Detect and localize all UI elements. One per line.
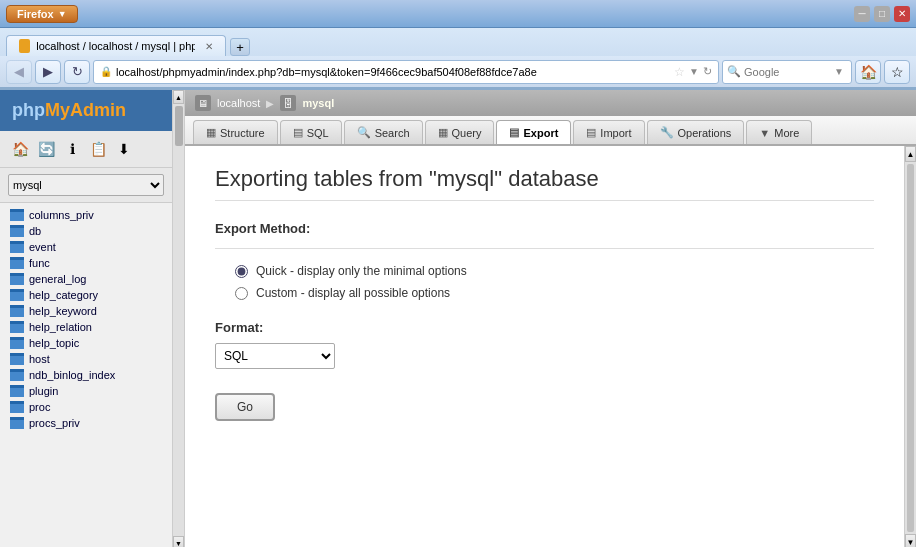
table-name: plugin (29, 385, 58, 397)
table-item[interactable]: proc (0, 399, 172, 415)
sidebar-icons: 🏠 🔄 ℹ 📋 ⬇ (0, 131, 172, 168)
google-icon: 🔍 (727, 65, 741, 78)
scroll-up-button[interactable]: ▲ (905, 146, 916, 162)
breadcrumb-separator: ▶ (266, 98, 274, 109)
refresh-address-icon[interactable]: ↻ (703, 65, 712, 78)
sidebar-scroll-up[interactable]: ▲ (173, 90, 184, 104)
sidebar-scroll-down[interactable]: ▼ (173, 536, 184, 547)
firefox-label: Firefox (17, 8, 54, 20)
browser-tab[interactable]: localhost / localhost / mysql | phpMyAd.… (6, 35, 226, 56)
table-name: help_keyword (29, 305, 97, 317)
table-item[interactable]: columns_priv (0, 207, 172, 223)
more-tab-icon: ▼ (759, 127, 770, 139)
sidebar: phpMyAdmin 🏠 🔄 ℹ 📋 ⬇ mysql columns_privd… (0, 90, 185, 547)
table-item[interactable]: db (0, 223, 172, 239)
bookmarks-button[interactable]: ☆ (884, 60, 910, 84)
structure-tab-icon: ▦ (206, 126, 216, 139)
table-name: help_topic (29, 337, 79, 349)
tab-import[interactable]: ▤Import (573, 120, 644, 144)
structure-tab-label: Structure (220, 127, 265, 139)
tab-more[interactable]: ▼More (746, 120, 812, 144)
sidebar-scrollbar[interactable]: ▲ ▼ (172, 90, 184, 547)
radio-quick[interactable] (235, 265, 248, 278)
table-item[interactable]: event (0, 239, 172, 255)
minimize-button[interactable]: ─ (854, 6, 870, 22)
table-item[interactable]: plugin (0, 383, 172, 399)
radio-custom[interactable] (235, 287, 248, 300)
radio-quick-label[interactable]: Quick - display only the minimal options (235, 264, 874, 278)
browser-chrome: localhost / localhost / mysql | phpMyAd.… (0, 28, 916, 90)
maximize-button[interactable]: □ (874, 6, 890, 22)
table-icon (10, 417, 24, 429)
query-tab-icon: ▦ (438, 126, 448, 139)
content-scroll-wrapper: Exporting tables from "mysql" database E… (185, 146, 916, 547)
tab-export[interactable]: ▤Export (496, 120, 571, 144)
table-item[interactable]: general_log (0, 271, 172, 287)
go-button[interactable]: Go (215, 393, 275, 421)
table-icon (10, 353, 24, 365)
radio-custom-text: Custom - display all possible options (256, 286, 450, 300)
table-item[interactable]: help_category (0, 287, 172, 303)
table-name: db (29, 225, 41, 237)
tab-close-button[interactable]: ✕ (205, 41, 213, 52)
sidebar-scroll-thumb[interactable] (175, 106, 183, 146)
home-button[interactable]: 🏠 (855, 60, 881, 84)
search-tab-icon: 🔍 (357, 126, 371, 139)
table-name: ndb_binlog_index (29, 369, 115, 381)
table-icon (10, 385, 24, 397)
page-title: Exporting tables from "mysql" database (215, 166, 874, 201)
content-scrollbar[interactable]: ▲ ▼ (904, 146, 916, 547)
breadcrumb-server[interactable]: localhost (217, 97, 260, 109)
firefox-dropdown-icon: ▼ (58, 9, 67, 19)
logo-myadmin: MyAdmin (45, 100, 126, 121)
firefox-menu-button[interactable]: Firefox ▼ (6, 5, 78, 23)
format-select[interactable]: SQLCSVJSONXMLPDF (215, 343, 335, 369)
new-tab-button[interactable]: + (230, 38, 250, 56)
info-sidebar-icon[interactable]: ℹ (62, 139, 82, 159)
list-sidebar-icon[interactable]: 📋 (88, 139, 108, 159)
table-icon (10, 369, 24, 381)
table-item[interactable]: procs_priv (0, 415, 172, 431)
scroll-thumb[interactable] (907, 164, 914, 532)
export-tab-label: Export (523, 127, 558, 139)
tab-structure[interactable]: ▦Structure (193, 120, 278, 144)
tab-bar: localhost / localhost / mysql | phpMyAd.… (0, 28, 916, 56)
home-sidebar-icon[interactable]: 🏠 (10, 139, 30, 159)
table-item[interactable]: func (0, 255, 172, 271)
db-select[interactable]: mysql (8, 174, 164, 196)
table-item[interactable]: help_relation (0, 319, 172, 335)
db-select-row: mysql (0, 168, 172, 203)
table-item[interactable]: ndb_binlog_index (0, 367, 172, 383)
table-item[interactable]: host (0, 351, 172, 367)
address-text: localhost/phpmyadmin/index.php?db=mysql&… (116, 66, 670, 78)
table-name: general_log (29, 273, 87, 285)
radio-custom-label[interactable]: Custom - display all possible options (235, 286, 874, 300)
table-item[interactable]: help_topic (0, 335, 172, 351)
tab-operations[interactable]: 🔧Operations (647, 120, 745, 144)
table-item[interactable]: help_keyword (0, 303, 172, 319)
download-sidebar-icon[interactable]: ⬇ (114, 139, 134, 159)
import-tab-icon: ▤ (586, 126, 596, 139)
breadcrumb-database[interactable]: mysql (302, 97, 334, 109)
search-input[interactable] (744, 66, 834, 78)
forward-button[interactable]: ▶ (35, 60, 61, 84)
table-icon (10, 321, 24, 333)
back-button[interactable]: ◀ (6, 60, 32, 84)
search-bar[interactable]: 🔍 ▼ (722, 60, 852, 84)
refresh-button[interactable]: ↻ (64, 60, 90, 84)
tab-sql[interactable]: ▤SQL (280, 120, 342, 144)
table-icon (10, 241, 24, 253)
scroll-down-button[interactable]: ▼ (905, 534, 916, 547)
go-button-container: Go (215, 369, 874, 421)
table-name: columns_priv (29, 209, 94, 221)
bookmark-star-icon[interactable]: ☆ (674, 65, 685, 79)
close-window-button[interactable]: ✕ (894, 6, 910, 22)
page-content: Exporting tables from "mysql" database E… (185, 146, 904, 547)
pma-logo: phpMyAdmin (0, 90, 172, 131)
address-bar[interactable]: 🔒 localhost/phpmyadmin/index.php?db=mysq… (93, 60, 719, 84)
refresh-sidebar-icon[interactable]: 🔄 (36, 139, 56, 159)
tab-query[interactable]: ▦Query (425, 120, 495, 144)
search-dropdown-icon[interactable]: ▼ (834, 66, 844, 77)
tab-search[interactable]: 🔍Search (344, 120, 423, 144)
table-icon (10, 257, 24, 269)
